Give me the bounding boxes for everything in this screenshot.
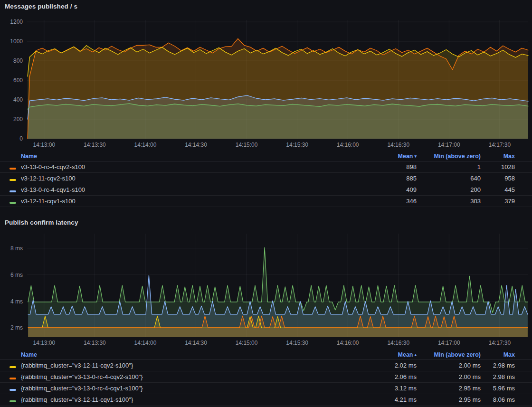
series-min-value: 2.00 ms <box>417 373 481 380</box>
svg-text:0: 0 <box>19 135 23 142</box>
col-header-min-above-zero[interactable]: Min (above zero) <box>417 351 481 358</box>
series-color-swatch[interactable] <box>10 179 16 181</box>
svg-text:1200: 1200 <box>10 19 23 25</box>
legend-row: {rabbitmq_cluster="v3-12-11-cqv2-s100"}2… <box>0 360 532 371</box>
legend-table-messages-published: NameMean▾Min (above zero)Maxv3-13-0-rc-4… <box>0 151 532 207</box>
series-min-value: 1 <box>417 163 481 170</box>
series-mean-value: 346 <box>360 198 417 205</box>
legend-row: {rabbitmq_cluster="v3-12-11-cqv1-s100"}4… <box>0 394 532 406</box>
legend-row: v3-13-0-rc-4-cqv2-s10089811028 <box>0 161 532 173</box>
series-name-label[interactable]: v3-13-0-rc-4-cqv1-s100 <box>21 186 360 193</box>
col-header-max[interactable]: Max <box>481 351 515 358</box>
sort-direction-icon: ▴ <box>414 352 417 357</box>
svg-text:2 ms: 2 ms <box>10 324 23 331</box>
legend-row: v3-12-11-cqv2-s100885640958 <box>0 173 532 184</box>
series-swatch-cell <box>10 163 21 171</box>
svg-text:14:15:00: 14:15:00 <box>236 340 258 346</box>
legend-row: {rabbitmq_cluster="v3-13-0-rc-4-cqv1-s10… <box>0 383 532 394</box>
svg-text:14:17:30: 14:17:30 <box>489 340 511 346</box>
svg-text:14:16:00: 14:16:00 <box>337 142 359 148</box>
svg-text:14:15:00: 14:15:00 <box>236 142 258 148</box>
series-min-value: 2.95 ms <box>417 396 481 403</box>
col-header-name[interactable]: Name <box>21 351 360 358</box>
svg-text:600: 600 <box>13 77 23 84</box>
svg-text:14:16:30: 14:16:30 <box>387 340 409 346</box>
next-panel-edge <box>0 405 532 407</box>
svg-text:14:17:00: 14:17:00 <box>438 340 460 346</box>
svg-text:800: 800 <box>13 57 23 64</box>
legend-table-publish-confirm-latency: NameMean▴Min (above zero)Max{rabbitmq_cl… <box>0 350 532 406</box>
series-mean-value: 2.06 ms <box>360 373 417 380</box>
svg-text:1000: 1000 <box>10 38 23 45</box>
series-color-swatch[interactable] <box>10 190 16 192</box>
panel-title-publish-confirm-latency[interactable]: Publish confirm latency <box>5 219 78 226</box>
dashboard: Messages published / s 02004006008001000… <box>0 0 532 407</box>
series-name-label[interactable]: v3-12-11-cqv1-s100 <box>21 198 360 205</box>
svg-text:6 ms: 6 ms <box>10 272 23 278</box>
svg-text:200: 200 <box>13 116 23 123</box>
svg-text:4 ms: 4 ms <box>10 298 23 305</box>
series-mean-value: 4.21 ms <box>360 396 417 403</box>
series-color-swatch[interactable] <box>10 378 16 379</box>
series-color-swatch[interactable] <box>10 168 16 170</box>
svg-text:14:13:00: 14:13:00 <box>33 142 56 148</box>
svg-text:14:14:30: 14:14:30 <box>185 340 207 346</box>
series-name-label[interactable]: {rabbitmq_cluster="v3-13-0-rc-4-cqv1-s10… <box>21 385 360 392</box>
series-swatch-cell <box>10 361 21 370</box>
svg-text:14:16:00: 14:16:00 <box>337 340 359 346</box>
svg-text:14:16:30: 14:16:30 <box>387 142 409 148</box>
series-min-value: 2.00 ms <box>417 362 481 369</box>
legend-row: {rabbitmq_cluster="v3-13-0-rc-4-cqv2-s10… <box>0 371 532 383</box>
svg-text:14:13:30: 14:13:30 <box>84 142 106 148</box>
series-max-value: 2.98 ms <box>481 362 515 369</box>
col-header-max[interactable]: Max <box>481 153 515 160</box>
series-max-value: 1028 <box>481 163 515 170</box>
series-swatch-cell <box>10 396 21 404</box>
series-min-value: 2.95 ms <box>417 385 481 392</box>
series-min-value: 303 <box>417 198 481 205</box>
series-name-label[interactable]: v3-13-0-rc-4-cqv2-s100 <box>21 163 360 170</box>
svg-text:14:13:00: 14:13:00 <box>33 340 56 346</box>
chart-messages-published[interactable]: 02004006008001000120014:13:0014:13:3014:… <box>0 14 532 151</box>
series-color-swatch[interactable] <box>10 400 16 402</box>
legend-header-row: NameMean▾Min (above zero)Max <box>0 151 532 161</box>
series-max-value: 5.96 ms <box>481 385 515 392</box>
svg-text:14:15:30: 14:15:30 <box>286 340 308 346</box>
svg-text:14:17:30: 14:17:30 <box>489 142 511 148</box>
series-name-label[interactable]: {rabbitmq_cluster="v3-13-0-rc-4-cqv2-s10… <box>21 373 360 380</box>
series-mean-value: 2.02 ms <box>360 362 417 369</box>
svg-text:14:14:30: 14:14:30 <box>185 142 207 148</box>
panel-title-messages-published[interactable]: Messages published / s <box>5 3 77 10</box>
series-name-label[interactable]: {rabbitmq_cluster="v3-12-11-cqv1-s100"} <box>21 396 360 403</box>
series-color-swatch[interactable] <box>10 389 16 391</box>
series-mean-value: 3.12 ms <box>360 385 417 392</box>
series-max-value: 8.06 ms <box>481 396 515 403</box>
legend-header-row: NameMean▴Min (above zero)Max <box>0 350 532 360</box>
svg-text:14:13:30: 14:13:30 <box>84 340 106 346</box>
series-max-value: 2.98 ms <box>481 373 515 380</box>
series-name-label[interactable]: {rabbitmq_cluster="v3-12-11-cqv2-s100"} <box>21 362 360 369</box>
svg-text:8 ms: 8 ms <box>10 245 23 252</box>
series-max-value: 958 <box>481 175 515 182</box>
series-name-label[interactable]: v3-12-11-cqv2-s100 <box>21 175 360 182</box>
col-header-mean[interactable]: Mean▾ <box>360 153 417 160</box>
series-mean-value: 898 <box>360 163 417 170</box>
svg-text:14:17:00: 14:17:00 <box>438 142 460 148</box>
series-color-swatch[interactable] <box>10 202 16 204</box>
series-mean-value: 885 <box>360 175 417 182</box>
chart-publish-confirm-latency[interactable]: 2 ms4 ms6 ms8 ms14:13:0014:13:3014:14:00… <box>0 227 532 350</box>
series-swatch-cell <box>10 197 21 206</box>
series-swatch-cell <box>10 384 21 393</box>
svg-text:14:14:00: 14:14:00 <box>134 142 157 148</box>
series-swatch-cell <box>10 174 21 183</box>
col-header-name[interactable]: Name <box>21 153 360 160</box>
svg-text:400: 400 <box>13 96 23 103</box>
series-mean-value: 409 <box>360 186 417 193</box>
col-header-min-above-zero[interactable]: Min (above zero) <box>417 153 481 160</box>
series-max-value: 379 <box>481 198 515 205</box>
legend-row: v3-13-0-rc-4-cqv1-s100409200445 <box>0 184 532 196</box>
series-color-swatch[interactable] <box>10 366 16 368</box>
legend-row: v3-12-11-cqv1-s100346303379 <box>0 196 532 207</box>
svg-text:14:15:30: 14:15:30 <box>286 142 308 148</box>
col-header-mean[interactable]: Mean▴ <box>360 351 417 358</box>
